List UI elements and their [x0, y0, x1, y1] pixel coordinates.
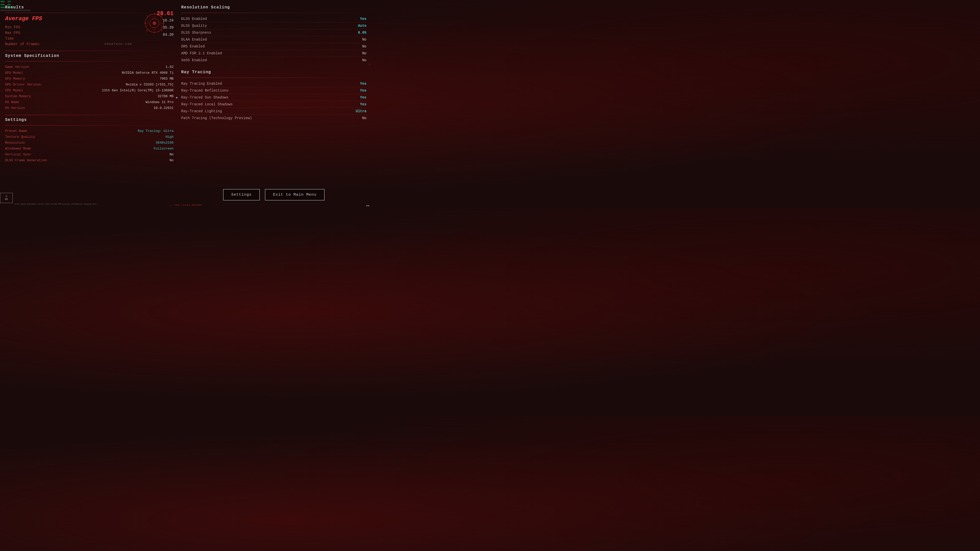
- time-label: Time: [5, 37, 14, 41]
- spec-row-cpu-model: CPU Model 13th Gen Intel(R) Core(TM) i5-…: [5, 87, 173, 94]
- top-hud: GPU 43° CPU 43° 0302 100°° RXXXXXXXXXXXX…: [0, 0, 30, 12]
- res-dlss-sharpness-label: DLSS Sharpness: [181, 30, 211, 35]
- settings-row-dlss-gen: DLSS Frame Generation No: [5, 157, 173, 163]
- settings-dlss-gen-value: No: [169, 159, 173, 162]
- spec-sys-memory-label: System Memory: [5, 94, 31, 98]
- fps-stat: 0302 100°°: [0, 6, 30, 10]
- frames-label: Number of Frames: [5, 42, 39, 46]
- spec-game-version-label: Game Version: [5, 65, 29, 69]
- spec-gpu-model-value: NVIDIA GeForce RTX 4060 Ti: [122, 71, 173, 75]
- spec-gpu-driver-value: Nvidia v 53203 [r531_79]: [126, 83, 173, 86]
- resolution-scaling-title: Resolution Scaling: [181, 5, 366, 10]
- spec-row-os-name: OS Name Windows 11 Pro: [5, 99, 173, 105]
- settings-preset-value: Ray Tracing: Ultra: [138, 129, 173, 133]
- bottom-hud-text: Lorem ipsum benchmark result data stream…: [14, 203, 100, 205]
- settings-section: Settings Preset Name Ray Tracing: Ultra …: [5, 118, 173, 165]
- settings-vsync-label: Vertical Sync: [5, 152, 31, 156]
- ray-row-path-tracing: Path Tracing (Technology Preview) No: [181, 115, 366, 121]
- settings-texture-value: High: [165, 135, 173, 139]
- spec-top-divider: [5, 51, 173, 51]
- results-inner: Min FPS Max FPS Time Numbe: [5, 24, 173, 47]
- res-row-xess-enabled: XeSS Enabled No: [181, 57, 366, 64]
- res-fsr-label: AMD FSR 2.1 Enabled: [181, 51, 222, 56]
- res-dlss-quality-value: Auto: [358, 24, 366, 28]
- res-drs-value: No: [362, 44, 366, 48]
- system-spec-section: System Specification Game Version 1.62 G…: [5, 54, 173, 112]
- average-fps-value: 28.61: [157, 11, 173, 17]
- spec-gpu-memory-label: GPU Memory: [5, 77, 25, 81]
- fps-sub-values: 16.2435.3964.20: [157, 17, 173, 38]
- spec-row-sys-memory: System Memory 32768 MB: [5, 94, 173, 99]
- svg-line-8: [146, 15, 148, 17]
- res-dlss-enabled-label: DLSS Enabled: [181, 17, 207, 21]
- settings-button[interactable]: Settings: [223, 189, 260, 200]
- spec-cpu-model-value: 13th Gen Intel(R) Core(TM) i5-13600K: [102, 89, 173, 92]
- spec-os-version-label: OS Version: [5, 106, 25, 110]
- max-fps-label: Max FPS: [5, 31, 20, 35]
- res-xess-value: No: [362, 58, 366, 62]
- right-edge-decoration: ❯: [369, 62, 371, 66]
- settings-row-preset: Preset Name Ray Tracing: Ultra: [5, 128, 173, 134]
- spec-gpu-model-label: GPU Model: [5, 71, 23, 75]
- ray-reflections-value: Yes: [360, 89, 366, 93]
- res-row-dlss-enabled: DLSS Enabled Yes: [181, 16, 366, 22]
- ray-path-tracing-value: No: [362, 116, 366, 120]
- ray-tracing-divider: [181, 78, 366, 78]
- ray-local-shadows-label: Ray-Traced Local Shadows: [181, 102, 233, 106]
- system-spec-title: System Specification: [5, 54, 173, 58]
- fps-big-display: 28.61 16.2435.3964.20: [157, 11, 173, 38]
- ray-row-local-shadows: Ray-Traced Local Shadows Yes: [181, 101, 366, 108]
- settings-top-divider: [5, 115, 173, 115]
- ray-local-shadows-value: Yes: [360, 102, 366, 106]
- spec-row-game-version: Game Version 1.62: [5, 64, 173, 70]
- bottom-center-code: —— TRN_TLCAS_B09095: [169, 204, 202, 206]
- ray-row-sun-shadows: Ray-Traced Sun Shadows ▶ Yes: [181, 94, 366, 101]
- settings-row-resolution: Resolution 3840x2160: [5, 140, 173, 146]
- res-row-dlss-sharpness: DLSS Sharpness 0.05: [181, 29, 366, 36]
- spec-game-version-value: 1.62: [165, 65, 173, 69]
- settings-resolution-label: Resolution: [5, 141, 25, 144]
- res-xess-label: XeSS Enabled: [181, 58, 207, 62]
- settings-preset-label: Preset Name: [5, 129, 27, 133]
- time-row: Time: [5, 36, 173, 41]
- gpu-stat: GPU 43°: [0, 0, 30, 3]
- svg-line-11: [146, 30, 148, 31]
- spec-os-version-value: 10.0.22621: [154, 106, 173, 110]
- settings-divider: [5, 125, 173, 125]
- settings-row-windowed: Windowed Mode Fullscreen: [5, 146, 173, 151]
- settings-texture-label: Texture Quality: [5, 135, 35, 139]
- svg-point-3: [153, 21, 156, 25]
- res-row-dlss-quality: DLSS Quality Auto: [181, 22, 366, 29]
- main-container: Results Average FPS Min FPS Max FPS: [5, 5, 366, 203]
- cpu-stat: CPU 43°: [0, 3, 30, 6]
- ray-tracing-section: Ray Tracing Ray Tracing Enabled Yes Ray-…: [181, 70, 366, 123]
- bottom-right-indicator: ▶▶: [366, 204, 369, 207]
- settings-resolution-value: 3840x2160: [156, 141, 173, 144]
- res-dlss-enabled-value: Yes: [360, 17, 366, 21]
- res-row-drs-enabled: DRS Enabled No: [181, 43, 366, 50]
- spec-row-os-version: OS Version 10.0.22621: [5, 105, 173, 111]
- exit-to-main-menu-button[interactable]: Exit to Main Menu: [265, 189, 325, 200]
- res-dlaa-label: DLAA Enabled: [181, 38, 207, 41]
- ray-sun-shadows-label: Ray-Traced Sun Shadows: [181, 95, 228, 100]
- ray-lighting-value: Ultra: [356, 109, 366, 113]
- res-fsr-value: No: [362, 51, 366, 56]
- res-drs-label: DRS Enabled: [181, 44, 205, 48]
- ray-enabled-label: Ray Tracing Enabled: [181, 82, 222, 86]
- extra-stat: RXXXXXXXXXXXXXXXXXXXXXXXXXXX: [0, 10, 30, 12]
- res-dlss-sharpness-value: 0.05: [358, 30, 366, 35]
- left-panel: Results Average FPS Min FPS Max FPS: [5, 5, 173, 203]
- ray-row-lighting: Ray-Traced Lighting Ultra: [181, 108, 366, 115]
- spec-row-gpu-driver: GPU Driver Version Nvidia v 53203 [r531_…: [5, 82, 173, 87]
- res-row-fsr-enabled: AMD FSR 2.1 Enabled No: [181, 50, 366, 57]
- settings-windowed-value: Fullscreen: [154, 147, 173, 151]
- cursor-indicator: ▶: [176, 96, 178, 100]
- settings-windowed-label: Windowed Mode: [5, 147, 31, 151]
- resolution-scaling-section: Resolution Scaling DLSS Enabled Yes DLSS…: [181, 5, 366, 65]
- ray-lighting-label: Ray-Traced Lighting: [181, 109, 222, 113]
- settings-row-texture: Texture Quality High: [5, 134, 173, 140]
- res-row-dlaa-enabled: DLAA Enabled No: [181, 36, 366, 43]
- ray-sun-shadows-value: Yes: [360, 95, 366, 100]
- spec-row-gpu-model: GPU Model NVIDIA GeForce RTX 4060 Ti: [5, 70, 173, 76]
- ray-row-enabled: Ray Tracing Enabled Yes: [181, 80, 366, 87]
